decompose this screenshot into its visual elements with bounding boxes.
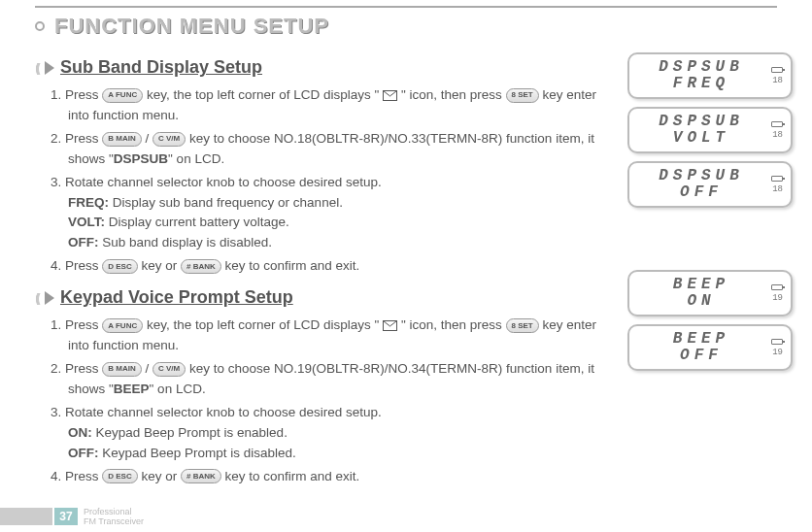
steps-list-2: 1. Press A FUNC key, the top left corner… [51,316,620,486]
battery-icon [771,67,783,73]
lcd-preview: BEEPON 19 [627,270,793,316]
bullet-icon [35,21,45,31]
key-main: B MAIN [102,362,141,377]
page-number: 37 [54,508,78,525]
t: " on LCD. [150,382,206,396]
t: 1. Press [51,87,102,102]
t: key to confirm and exit. [225,469,360,483]
step: 4. Press D ESC key or # BANK key to conf… [51,256,620,277]
triangle-icon [45,61,54,75]
battery-icon [771,121,783,127]
battery-icon [771,339,783,345]
envelope-icon [383,320,397,331]
lcd-preview: DSPSUBFREQ 18 [627,52,793,99]
lcd-preview: DSPSUBOFF 18 [627,161,793,208]
step: 2. Press B MAIN / C V/M key to choose NO… [51,359,620,400]
lcd-preview: DSPSUBVOLT 18 [627,107,793,153]
spacer [627,216,793,262]
t: 4. Press [51,469,102,483]
key-bank: # BANK [181,469,221,483]
waves-icon: (((( [36,59,39,78]
footer-brand: ProfessionalFM Transceiver [84,507,144,526]
top-title: FUNCTION MENU SETUP [35,14,812,39]
option: OFF: Keypad Beep Prompt is disabled. [85,444,620,464]
lcd-preview: BEEPOFF 19 [627,324,793,371]
key-vm: C V/M [152,362,186,377]
t: " icon, then press [401,317,506,332]
section-heading: Sub Band Display Setup [60,54,262,82]
step: 3. Rotate channel selector knob to choos… [51,173,620,254]
waves-icon: (((( [36,289,39,308]
step: 4. Press D ESC key or # BANK key to conf… [51,467,620,487]
option: VOLT: Display current battery voltage. [85,213,620,233]
key-func: A FUNC [102,88,143,103]
t: 4. Press [51,258,102,273]
t: DSPSUB [114,151,168,166]
key-set: 8 SET [506,318,539,333]
footer-bar [0,508,52,525]
t: 2. Press [51,361,102,376]
key-vm: C V/M [152,132,186,147]
key-esc: D ESC [102,469,137,483]
t: " on LCD. [168,151,224,166]
t: key or [142,258,182,273]
option: OFF: Sub band display is disabled. [85,233,620,253]
step: 1. Press A FUNC key, the top left corner… [51,85,620,126]
steps-list-1: 1. Press A FUNC key, the top left corner… [51,85,620,277]
t: / [146,361,153,376]
t: key, the top left corner of LCD displays… [147,87,383,102]
t: key or [142,469,182,483]
right-column: DSPSUBFREQ 18 DSPSUBVOLT 18 DSPSUBOFF 18… [627,47,793,489]
envelope-icon [383,90,397,101]
section-heading: Keypad Voice Prompt Setup [60,284,293,312]
key-set: 8 SET [506,88,539,103]
t: 3. Rotate channel selector knob to choos… [51,405,382,419]
section-title-2: (((( Keypad Voice Prompt Setup [35,284,620,312]
left-column: (((( Sub Band Display Setup 1. Press A F… [35,47,620,489]
main: (((( Sub Band Display Setup 1. Press A F… [0,39,812,489]
t: key to confirm and exit. [225,258,360,273]
t: 2. Press [51,131,102,146]
t: 3. Rotate channel selector knob to choos… [51,175,382,189]
t: 1. Press [51,317,102,332]
page-title: FUNCTION MENU SETUP [54,14,329,39]
step: 2. Press B MAIN / C V/M key to choose NO… [51,129,620,170]
step: 3. Rotate channel selector knob to choos… [51,403,620,464]
step: 1. Press A FUNC key, the top left corner… [51,316,620,356]
key-bank: # BANK [181,259,221,274]
top-rule [35,6,777,8]
key-main: B MAIN [102,132,141,147]
option: FREQ: Display sub band frequency or chan… [85,193,620,214]
t: / [146,131,153,146]
t: key, the top left corner of LCD displays… [147,317,383,332]
battery-icon [771,176,783,182]
key-func: A FUNC [102,318,143,333]
option: ON: Keypad Beep Prompt is enabled. [85,423,620,444]
key-esc: D ESC [102,259,137,274]
triangle-icon [45,291,54,305]
battery-icon [771,284,783,290]
t: BEEP [114,382,150,396]
t: " icon, then press [401,87,506,102]
footer: 37 ProfessionalFM Transceiver [0,507,144,526]
section-title-1: (((( Sub Band Display Setup [35,54,620,82]
